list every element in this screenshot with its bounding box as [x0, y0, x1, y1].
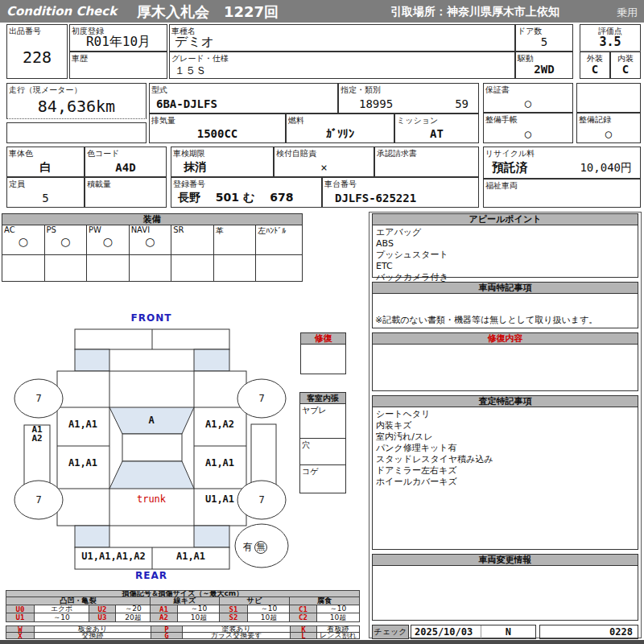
recycle-cell: リサイクル料 預託済 10,040円	[483, 147, 641, 179]
tire-tread-front-left: 7	[35, 393, 41, 404]
equipment-label: PW	[89, 225, 101, 234]
rear-left-fender-shape	[75, 526, 109, 547]
legend-code: U1	[6, 613, 35, 622]
exterior-value: C	[580, 60, 609, 78]
interior-value: C	[611, 60, 640, 78]
tire-tread-front-right: 7	[258, 393, 264, 404]
repair-detail-panel: 修復内容	[372, 332, 638, 391]
legend-desc: 10超	[177, 613, 221, 622]
assessment-panel: 査定特記事項 シートヘタリ 内装キズ 室内汚れ/スレ パンク修理キット有 スタッ…	[372, 395, 638, 550]
equipment-label: SR	[173, 225, 184, 234]
approval-value	[375, 158, 478, 176]
equipment-label: NAVI	[131, 225, 150, 234]
equipment-label: PS	[47, 225, 56, 234]
vehicle-notes-note: ※記載のない書類・機器等は無しとして取り扱います。	[375, 314, 597, 326]
damage-left-mirror-line2: A2	[31, 434, 42, 443]
pickup-place: 引取場所：神奈川県厚木市上依知	[390, 5, 559, 19]
equipment-mark: ○	[130, 235, 171, 248]
transmission-value: AT	[395, 125, 478, 142]
legend-code: L	[290, 632, 317, 639]
damage-rear-bumper-left: U1,A1,A1,A2	[81, 551, 145, 562]
legend-code: S2	[219, 613, 248, 622]
insurance-mark: ×	[275, 158, 374, 176]
welfare-value	[484, 190, 640, 207]
plate-cell: 登録番号 長野 501 む 678	[171, 177, 322, 208]
damage-right-front-door: A1,A2	[205, 419, 234, 430]
body-color-value: 白	[7, 158, 84, 176]
color-code-cell: 色コード A4D	[85, 147, 167, 177]
chassis-cell: 車台番号 DJLFS-625221	[322, 177, 479, 208]
lot-number-cell: 出品番号 228	[6, 24, 68, 79]
doors-cell: ドア数 5	[515, 24, 573, 52]
assessment-line: ホイールカバーキズ	[376, 477, 634, 488]
spare-no-label-circled: 無	[254, 541, 267, 554]
equipment-mark: ○	[87, 235, 129, 248]
assessment-line: シートヘタリ	[376, 409, 634, 420]
vehicle-notes-panel: 車両特記事項 ※記載のない書類・機器等は無しとして取り扱います。	[372, 282, 638, 328]
spare-yes-label: 有	[243, 540, 253, 554]
condition-check-sheet: Condition Check 厚木入札会 1227回 引取場所：神奈川県厚木市…	[0, 0, 644, 644]
legend-code: U3	[89, 613, 116, 622]
equipment-row-marks: AC○ PS○ PW○ NAVI○ SR 革 左ﾊﾝﾄﾞﾙ	[2, 225, 302, 255]
equipment-col-leather: 革	[214, 225, 257, 254]
tire-tread-rear-left: 7	[35, 494, 41, 506]
front-label: FRONT	[131, 312, 172, 324]
legend-desc: 20超	[115, 613, 151, 622]
approval-cell: 承認請求書	[374, 147, 479, 177]
appeal-line: エアバッグ	[376, 227, 634, 238]
recycle-fee: 10,040円	[484, 158, 640, 178]
class-cell: 指定・類別 18995 59	[338, 83, 479, 114]
cabin-interior-box: 客室内張 ヤブレ 穴 コゲ	[299, 392, 346, 493]
rear-right-fender-shape	[194, 526, 229, 547]
load-cell: 積載量	[85, 177, 167, 208]
equipment-table: 装備 AC○ PS○ PW○ NAVI○ SR 革 左ﾊﾝﾄﾞﾙ	[2, 213, 303, 282]
doors-value: 5	[516, 32, 572, 51]
cabin-row-burn: コゲ	[300, 465, 345, 491]
first-reg-cell: 初度登録 R01年10月	[69, 24, 167, 52]
equipment-label: 左ﾊﾝﾄﾞﾙ	[258, 225, 286, 237]
damage-left-mirror: A1 A2	[31, 425, 42, 443]
interior-grade-cell: 内装 C	[610, 52, 641, 79]
lot-number-value: 228	[7, 35, 67, 78]
rear-label: REAR	[135, 570, 167, 581]
drive-value: 2WD	[516, 60, 572, 78]
fuel-cell: 燃料 ｶﾞｿﾘﾝ	[286, 114, 394, 143]
equipment-col-ps: PS○	[45, 225, 88, 254]
model-code-value: 6BA-DJLFS	[150, 94, 337, 113]
warranty-cell: 保証書 ○	[483, 83, 573, 113]
change-info-title: 車両変更情報	[373, 555, 638, 566]
assessment-title: 査定特記事項	[373, 396, 638, 407]
brand-logo: Condition Check	[6, 4, 117, 19]
insurance-cell: 検付自賠責 ×	[274, 147, 374, 177]
vehicle-class: 乗用	[617, 6, 638, 20]
spare-tire-marker: 有 無	[243, 540, 267, 554]
damage-rear-bumper-right: A1,A1	[176, 551, 205, 562]
history-value	[70, 63, 167, 78]
inspection-cell: 車検期限 抹消	[171, 147, 274, 177]
cabin-row-tear: ヤブレ	[300, 404, 345, 439]
load-value	[85, 188, 166, 207]
damage-left-front-door: A1,A1	[68, 419, 97, 430]
check-date: 2025/10/03	[411, 625, 481, 638]
legend-code: X	[6, 632, 35, 639]
repair-mini-box: 修復	[300, 332, 346, 374]
equipment-col-lhd: 左ﾊﾝﾄﾞﾙ	[256, 225, 302, 254]
legend-desc: ～10	[34, 613, 89, 622]
check-number-cell: 0228	[539, 625, 638, 639]
model-value: デミオ	[170, 34, 514, 51]
tire-tread-rear-right: 7	[258, 494, 264, 506]
equipment-mark: ○	[2, 235, 44, 248]
assessment-line: 内装キズ	[376, 420, 634, 431]
maintenance-record-mark: ○	[577, 124, 640, 142]
assessment-lines: シートヘタリ 内装キズ 室内汚れ/スレ パンク修理キット有 スタッドレスタイヤ積…	[373, 407, 638, 489]
warranty-empty-cell	[576, 83, 641, 113]
legend-code: G	[151, 632, 183, 639]
class-no2-value: 59	[339, 94, 478, 113]
rear-window-shape	[109, 461, 194, 489]
score-cell: 評価点 3.5	[580, 24, 641, 52]
appeal-title: アピールポイント	[373, 214, 638, 225]
maintenance-book-mark: ○	[484, 124, 572, 142]
legend-desc: 10超	[316, 613, 360, 622]
check-date-cell: 2025/10/03 N	[411, 625, 536, 639]
drive-cell: 駆動 2WD	[515, 52, 573, 79]
